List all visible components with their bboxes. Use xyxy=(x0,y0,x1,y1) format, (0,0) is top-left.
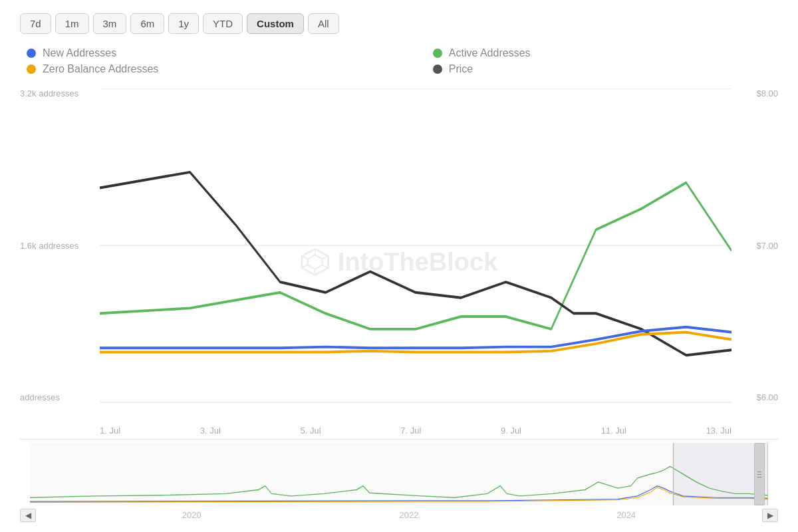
x-label-2: 3. Jul xyxy=(200,426,221,436)
zero-balance-label: Zero Balance Addresses xyxy=(43,63,158,75)
y-axis-right: $8.00 $7.00 $6.00 xyxy=(756,88,778,402)
price-label: Price xyxy=(449,63,473,75)
time-filter-bar: 7d 1m 3m 6m 1y YTD Custom All xyxy=(20,13,778,34)
chart-area: 3.2k addresses 1.6k addresses addresses … xyxy=(20,88,778,436)
handle-lines xyxy=(757,471,761,477)
handle-line-1 xyxy=(757,471,761,472)
scroll-right-button[interactable]: ▶ xyxy=(762,509,778,522)
active-addresses-dot xyxy=(433,49,442,58)
grid-line-bottom xyxy=(100,402,732,403)
legend-new-addresses[interactable]: New Addresses xyxy=(27,47,406,59)
scroll-left-button[interactable]: ◀ xyxy=(20,509,36,522)
year-label-2022: 2022 xyxy=(400,510,419,520)
y-axis-left: 3.2k addresses 1.6k addresses addresses xyxy=(20,88,78,402)
new-addresses-label: New Addresses xyxy=(43,47,116,59)
y-label-top-right: $8.00 xyxy=(756,88,778,98)
minimap-svg xyxy=(30,443,768,505)
y-label-bottom-right: $6.00 xyxy=(756,392,778,402)
handle-line-3 xyxy=(757,477,761,477)
active-addresses-line xyxy=(100,183,732,329)
filter-7d[interactable]: 7d xyxy=(20,13,51,34)
minimap-year-labels: 2020 2022 2024 xyxy=(30,510,768,520)
main-chart-svg xyxy=(100,88,732,402)
filter-3m[interactable]: 3m xyxy=(93,13,127,34)
filter-6m[interactable]: 6m xyxy=(130,13,164,34)
x-label-6: 11. Jul xyxy=(601,426,626,436)
x-label-7: 13. Jul xyxy=(706,426,732,436)
y-label-mid-right: $7.00 xyxy=(756,241,778,251)
y-label-mid-left: 1.6k addresses xyxy=(20,241,78,251)
navigator-handle[interactable] xyxy=(754,443,765,505)
zero-balance-dot xyxy=(27,65,36,74)
x-label-5: 9. Jul xyxy=(501,426,521,436)
handle-line-2 xyxy=(757,474,761,475)
active-addresses-label: Active Addresses xyxy=(449,47,531,59)
year-label-2020: 2020 xyxy=(182,510,201,520)
filter-1y[interactable]: 1y xyxy=(168,13,199,34)
legend-active-addresses[interactable]: Active Addresses xyxy=(433,47,778,59)
chart-svg-container xyxy=(100,88,732,402)
y-label-bottom-left: addresses xyxy=(20,392,78,402)
filter-custom[interactable]: Custom xyxy=(247,13,304,34)
main-container: 7d 1m 3m 6m 1y YTD Custom All New Addres… xyxy=(0,0,798,532)
x-axis: 1. Jul 3. Jul 5. Jul 7. Jul 9. Jul 11. J… xyxy=(100,426,732,436)
x-label-4: 7. Jul xyxy=(400,426,421,436)
filter-ytd[interactable]: YTD xyxy=(203,13,243,34)
new-addresses-dot xyxy=(27,49,36,58)
year-label-2024: 2024 xyxy=(616,510,636,520)
y-label-top-left: 3.2k addresses xyxy=(20,88,78,98)
x-label-3: 5. Jul xyxy=(300,426,321,436)
price-dot xyxy=(433,65,442,74)
filter-1m[interactable]: 1m xyxy=(55,13,89,34)
legend-price[interactable]: Price xyxy=(433,63,778,75)
filter-all[interactable]: All xyxy=(308,13,339,34)
x-label-1: 1. Jul xyxy=(100,426,120,436)
svg-rect-11 xyxy=(30,443,768,505)
chart-legend: New Addresses Active Addresses Zero Bala… xyxy=(20,47,778,75)
minimap-area[interactable]: 2020 2022 2024 ◀ ▶ xyxy=(20,439,778,525)
minimap-svg-container xyxy=(30,443,768,505)
main-chart: 3.2k addresses 1.6k addresses addresses … xyxy=(20,88,778,436)
legend-zero-balance[interactable]: Zero Balance Addresses xyxy=(27,63,406,75)
